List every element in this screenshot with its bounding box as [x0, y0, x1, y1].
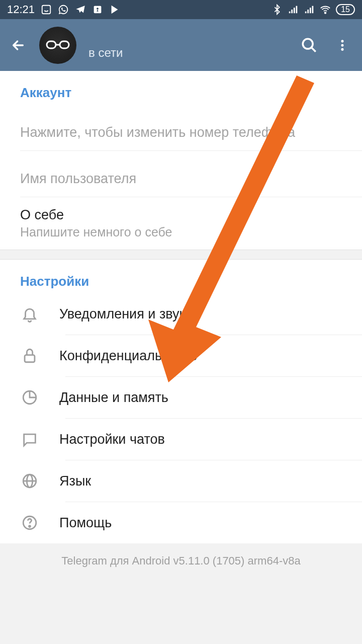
phone-row[interactable]: Нажмите, чтобы изменить номер телефона	[0, 105, 362, 150]
svg-rect-0	[42, 6, 51, 14]
whatsapp-icon	[58, 4, 69, 15]
settings-item-language[interactable]: Язык	[0, 460, 362, 502]
back-button[interactable]	[9, 36, 27, 54]
settings-section: Настройки Уведомления и звук Конфиденциа…	[0, 260, 362, 543]
settings-item-privacy[interactable]: Конфиденциальность	[0, 335, 362, 376]
lock-icon	[20, 346, 39, 365]
settings-item-notifications[interactable]: Уведомления и звук	[0, 293, 362, 335]
search-button[interactable]	[299, 35, 320, 56]
app-header: в сети	[0, 19, 362, 71]
account-section-title: Аккаунт	[0, 71, 362, 105]
settings-section-title: Настройки	[0, 260, 362, 293]
svg-point-9	[341, 40, 343, 42]
phone-hint: Нажмите, чтобы изменить номер телефона	[20, 125, 342, 140]
sunglasses-icon	[46, 38, 70, 53]
more-menu-button[interactable]	[332, 35, 353, 56]
status-time: 12:21	[7, 3, 35, 16]
account-section: Аккаунт Нажмите, чтобы изменить номер те…	[0, 71, 362, 250]
maps-icon	[92, 4, 103, 15]
wifi-icon	[320, 4, 331, 15]
username-row[interactable]: Имя пользователя	[0, 151, 362, 197]
play-store-icon	[109, 4, 120, 15]
smile-icon	[41, 4, 52, 15]
settings-item-label: Уведомления и звук	[59, 306, 185, 322]
avatar[interactable]	[39, 27, 76, 64]
signal2-icon	[304, 4, 315, 15]
svg-rect-12	[25, 355, 35, 362]
settings-item-label: Помощь	[59, 515, 112, 531]
svg-line-8	[311, 47, 316, 52]
telegram-icon	[75, 4, 86, 15]
bio-label: О себе	[20, 207, 342, 223]
online-status: в сети	[88, 46, 123, 60]
bio-hint: Напишите немного о себе	[20, 225, 342, 239]
bluetooth-icon	[272, 4, 283, 15]
globe-icon	[20, 471, 39, 491]
settings-item-label: Язык	[59, 473, 91, 489]
svg-point-10	[341, 44, 343, 46]
svg-point-18	[29, 526, 31, 527]
svg-point-11	[341, 48, 343, 50]
settings-item-chats[interactable]: Настройки чатов	[0, 419, 362, 460]
chat-icon	[20, 430, 39, 449]
section-gap	[0, 250, 362, 260]
signal1-icon	[288, 4, 299, 15]
status-bar: 12:21 15	[0, 0, 362, 19]
svg-point-3	[325, 12, 326, 14]
svg-rect-4	[47, 41, 56, 48]
svg-rect-5	[60, 41, 69, 48]
status-left: 12:21	[7, 3, 120, 16]
status-right: 15	[272, 4, 355, 15]
svg-point-2	[97, 8, 99, 10]
battery-indicator: 15	[336, 4, 355, 15]
help-icon	[20, 513, 39, 532]
settings-item-label: Настройки чатов	[59, 432, 165, 447]
settings-item-data[interactable]: Данные и память	[0, 377, 362, 418]
bell-icon	[20, 304, 39, 324]
pie-icon	[20, 388, 39, 407]
settings-item-label: Конфиденциальность	[59, 348, 197, 364]
settings-item-help[interactable]: Помощь	[0, 502, 362, 543]
version-footer: Telegram для Android v5.11.0 (1705) arm6…	[0, 543, 362, 579]
settings-item-label: Данные и память	[59, 390, 168, 406]
username-label: Имя пользователя	[20, 171, 342, 187]
svg-point-7	[303, 39, 313, 49]
bio-row[interactable]: О себе Напишите немного о себе	[0, 197, 362, 250]
